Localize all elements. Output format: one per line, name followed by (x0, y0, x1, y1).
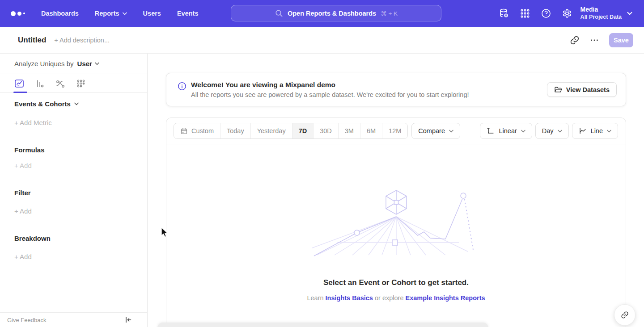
chevron-down-icon (627, 12, 632, 15)
analyze-uniques-row: Analyze Uniques by User (0, 54, 147, 74)
scale-dropdown[interactable]: Linear (480, 123, 532, 139)
empty-state-subtext: Learn Insights Basics or explore Example… (307, 294, 485, 302)
chart-toolbar: Custom Today Yesterday 7D 30D 3M 6M 12M … (166, 118, 626, 144)
banner-title: Welcome! You are viewing a Mixpanel demo (191, 81, 469, 89)
view-datasets-label: View Datasets (566, 86, 610, 93)
tab-retention-grid[interactable] (76, 79, 86, 88)
chevron-down-icon (558, 130, 562, 133)
empty-state-illustration (311, 189, 481, 257)
learn-prefix: Learn (307, 294, 323, 302)
view-datasets-button[interactable]: View Datasets (547, 82, 617, 97)
project-selector[interactable]: Media All Project Data (580, 6, 622, 21)
more-options-icon[interactable] (589, 35, 599, 45)
nav-users-label: Users (143, 10, 161, 17)
tab-bar-chart[interactable] (35, 79, 45, 88)
global-search-bar[interactable]: Open Reports & Dashboards ⌘ + K (231, 5, 441, 21)
search-icon (275, 9, 283, 17)
breakdown-section-label: Breakdown (14, 235, 51, 242)
empty-state-title: Select an Event or Cohort to get started… (323, 278, 469, 287)
add-formula-button[interactable]: + Add (14, 162, 32, 169)
events-cohorts-section[interactable]: Events & Cohorts (14, 100, 79, 108)
add-breakdown-button[interactable]: + Add (14, 253, 32, 260)
nav-reports[interactable]: Reports (95, 10, 127, 17)
chevron-down-icon (74, 102, 79, 105)
nav-dashboards[interactable]: Dashboards (41, 10, 79, 17)
range-custom-label: Custom (191, 127, 214, 134)
data-management-icon[interactable] (499, 8, 509, 19)
project-scope: All Project Data (580, 14, 622, 21)
range-custom[interactable]: Custom (174, 123, 220, 138)
range-7d[interactable]: 7D (292, 123, 314, 138)
chevron-down-icon (95, 62, 99, 65)
chevron-down-icon (449, 130, 453, 133)
axis-linear-icon (487, 127, 495, 135)
save-button[interactable]: Save (609, 33, 633, 47)
chevron-down-icon (123, 12, 127, 15)
sidebar-footer: Give Feedback (0, 312, 147, 327)
empty-state: Select an Event or Cohort to get started… (166, 144, 626, 302)
mixpanel-app: Dashboards Reports Users Events Open Rep… (0, 0, 644, 327)
insights-chart-card: Custom Today Yesterday 7D 30D 3M 6M 12M … (166, 117, 626, 327)
nav-events-label: Events (177, 10, 199, 17)
scale-label: Linear (499, 127, 517, 134)
tab-flow-chart[interactable] (55, 79, 65, 88)
nav-users[interactable]: Users (143, 10, 161, 17)
analyze-by-dropdown[interactable]: User (77, 60, 99, 67)
report-header: Untitled + Add description... Save (0, 27, 644, 54)
nav-reports-label: Reports (95, 10, 119, 17)
nav-dashboards-label: Dashboards (41, 10, 79, 17)
formulas-section-label: Formulas (14, 146, 45, 154)
connector-text: or explore (375, 294, 403, 302)
range-6m[interactable]: 6M (360, 123, 382, 138)
example-reports-link[interactable]: Example Insights Reports (405, 294, 485, 302)
link-icon (621, 311, 629, 319)
give-feedback-link[interactable]: Give Feedback (7, 317, 46, 323)
interval-dropdown[interactable]: Day (535, 123, 569, 139)
report-canvas: Welcome! You are viewing a Mixpanel demo… (148, 54, 644, 327)
range-30d[interactable]: 30D (313, 123, 338, 138)
collapse-sidebar-icon[interactable] (125, 316, 132, 323)
nav-events[interactable]: Events (177, 10, 199, 17)
share-link-floating-button[interactable] (614, 304, 636, 326)
calendar-icon (180, 127, 188, 135)
range-yesterday[interactable]: Yesterday (250, 123, 292, 138)
add-metric-button[interactable]: + Add Metric (14, 119, 52, 126)
filter-section-label: Filter (14, 189, 31, 197)
line-chart-icon (579, 127, 587, 135)
chart-type-dropdown[interactable]: Line (572, 123, 618, 139)
add-filter-button[interactable]: + Add (14, 207, 32, 215)
insights-basics-link[interactable]: Insights Basics (326, 294, 373, 302)
chart-type-label: Line (591, 127, 603, 134)
events-cohorts-label: Events & Cohorts (14, 100, 71, 108)
info-icon (178, 82, 186, 91)
compare-dropdown[interactable]: Compare (411, 123, 460, 139)
mixpanel-logo-icon[interactable] (11, 11, 26, 16)
tab-insights-chart[interactable] (14, 79, 24, 88)
selected-tab-indicator (13, 92, 27, 93)
report-title[interactable]: Untitled (18, 36, 46, 45)
interval-label: Day (542, 127, 554, 134)
demo-welcome-banner: Welcome! You are viewing a Mixpanel demo… (166, 73, 626, 106)
top-nav: Dashboards Reports Users Events Open Rep… (0, 0, 644, 27)
search-shortcut: ⌘ + K (381, 10, 398, 17)
chevron-down-icon (607, 130, 611, 133)
range-12m[interactable]: 12M (382, 123, 407, 138)
visualization-tabs (0, 74, 147, 93)
analyze-by-value: User (77, 60, 92, 67)
date-range-segmented-control: Custom Today Yesterday 7D 30D 3M 6M 12M (174, 123, 408, 139)
add-description-field[interactable]: + Add description... (54, 37, 110, 44)
next-section-peek (157, 323, 488, 327)
project-name: Media (580, 6, 622, 14)
range-3m[interactable]: 3M (338, 123, 360, 138)
copy-link-icon[interactable] (570, 35, 580, 45)
range-today[interactable]: Today (220, 123, 250, 138)
search-placeholder: Open Reports & Dashboards (288, 10, 376, 17)
help-icon[interactable] (541, 8, 551, 19)
folder-open-icon (554, 86, 562, 94)
compare-label: Compare (418, 127, 445, 134)
query-builder-sidebar: Analyze Uniques by User (0, 54, 148, 327)
banner-subtitle: All the reports you see are powered by a… (191, 91, 469, 98)
apps-grid-icon[interactable] (520, 8, 530, 19)
analyze-prefix-label: Analyze Uniques by (14, 60, 74, 67)
settings-gear-icon[interactable] (562, 8, 572, 19)
